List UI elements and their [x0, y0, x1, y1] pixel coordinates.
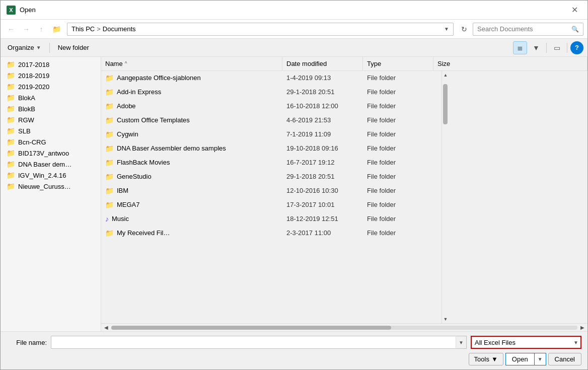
sidebar-item[interactable]: 📁2017-2018: [1, 59, 101, 70]
organize-arrow: ▼: [36, 45, 41, 50]
open-button[interactable]: Open: [505, 353, 534, 365]
view-dropdown[interactable]: ▼: [529, 41, 543, 54]
open-dropdown-button[interactable]: ▼: [534, 353, 546, 365]
sidebar-item[interactable]: 📁BlokB: [1, 103, 101, 114]
col-name-label: Name: [105, 60, 123, 67]
sidebar-item-label: BID173V_antwoo: [18, 150, 69, 157]
table-row[interactable]: ♪Music18-12-2019 12:51File folder: [101, 212, 442, 226]
table-row[interactable]: 📁Custom Office Templates4-6-2019 21:53Fi…: [101, 113, 442, 127]
col-type-header[interactable]: Type: [363, 57, 433, 70]
table-row[interactable]: 📁IBM12-10-2016 10:30File folder: [101, 184, 442, 198]
new-folder-button[interactable]: New folder: [55, 42, 92, 53]
close-button[interactable]: ✕: [567, 3, 581, 17]
hscroll-track: [111, 326, 577, 330]
file-type-select[interactable]: All Excel FilesExcel Workbook (*.xlsx)Ex…: [471, 336, 581, 349]
vscroll-track: [442, 79, 449, 315]
back-button[interactable]: ←: [5, 23, 18, 36]
table-row[interactable]: 📁Cygwin7-1-2019 11:09File folder: [101, 127, 442, 141]
sidebar-item[interactable]: 📁BlokA: [1, 92, 101, 103]
sidebar-item[interactable]: 📁2018-2019: [1, 70, 101, 81]
vscroll-thumb[interactable]: [443, 84, 448, 124]
sidebar-item[interactable]: 📁Bcn-CRG: [1, 136, 101, 147]
file-date-cell: 16-10-2018 12:00: [282, 102, 363, 110]
vscroll-up-button[interactable]: ▲: [442, 71, 449, 79]
file-name-cell: 📁DNA Baser Assembler demo samples: [101, 144, 282, 153]
bottom-bar: File name: ▼ All Excel FilesExcel Workbo…: [1, 331, 587, 369]
table-row[interactable]: 📁DNA Baser Assembler demo samples19-10-2…: [101, 141, 442, 156]
folder-icon: 📁: [105, 74, 114, 82]
file-name-text: GeneStudio: [117, 173, 152, 180]
folder-icon: 📁: [7, 138, 15, 146]
file-name-cell: 📁My Received Fil…: [101, 229, 282, 237]
search-input[interactable]: [477, 25, 571, 33]
excel-icon: X: [7, 6, 16, 15]
cancel-button[interactable]: Cancel: [548, 353, 581, 365]
sidebar-item-label: Bcn-CRG: [18, 138, 46, 146]
sidebar-item-label: Nieuwe_Curuss…: [18, 183, 71, 190]
vscroll-down-button[interactable]: ▼: [442, 315, 449, 323]
sidebar-item-label: RGW: [18, 116, 34, 124]
hscroll-left-button[interactable]: ◀: [102, 324, 110, 332]
table-row[interactable]: 📁Adobe16-10-2018 12:00File folder: [101, 99, 442, 113]
file-area: Name ^ Date modified Type Size 📁Aangepas…: [101, 57, 587, 331]
file-type-cell: File folder: [363, 144, 433, 152]
tools-label: Tools: [474, 355, 489, 363]
organize-button[interactable]: Organize ▼: [5, 42, 44, 53]
sidebar-item-label: 2018-2019: [18, 72, 49, 80]
folder-icon: 📁: [105, 229, 114, 237]
title-bar: X Open ✕: [1, 1, 587, 20]
sidebar: 📁2017-2018📁2018-2019📁2019-2020📁BlokA📁Blo…: [1, 57, 101, 331]
places-button[interactable]: 📁: [50, 23, 63, 36]
table-row[interactable]: 📁My Received Fil…2-3-2017 11:00File fold…: [101, 226, 442, 240]
folder-icon: 📁: [7, 94, 15, 102]
sidebar-item[interactable]: 📁SLB: [1, 125, 101, 136]
refresh-button[interactable]: ↻: [458, 23, 471, 36]
folder-icon: 📁: [7, 182, 15, 190]
file-name-cell: 📁FlashBack Movies: [101, 159, 282, 167]
sidebar-item[interactable]: 📁Nieuwe_Curuss…: [1, 181, 101, 192]
file-name-dropdown-arrow[interactable]: ▼: [456, 336, 467, 349]
file-name-cell: 📁Aangepaste Office-sjablonen: [101, 74, 282, 82]
col-name-header[interactable]: Name ^: [101, 57, 282, 70]
folder-icon: 📁: [7, 71, 15, 80]
view-button[interactable]: ≣: [513, 41, 527, 54]
file-type-wrapper: All Excel FilesExcel Workbook (*.xlsx)Ex…: [471, 336, 581, 349]
file-name-text: DNA Baser Assembler demo samples: [117, 144, 226, 152]
file-name-cell: 📁Add-in Express: [101, 88, 282, 96]
help-button[interactable]: ?: [570, 41, 583, 54]
file-name-text: Cygwin: [117, 130, 138, 138]
sidebar-item[interactable]: 📁DNA Baser dem…: [1, 159, 101, 170]
breadcrumb-dropdown-arrow[interactable]: ▼: [444, 26, 449, 32]
search-icon: 🔍: [571, 26, 579, 33]
file-name-text: Add-in Express: [117, 88, 161, 96]
hscroll-right-button[interactable]: ▶: [578, 324, 586, 332]
sidebar-item[interactable]: 📁IGV_Win_2.4.16: [1, 170, 101, 181]
up-button[interactable]: ↑: [35, 23, 48, 36]
sidebar-item[interactable]: 📁BID173V_antwoo: [1, 147, 101, 159]
main-area: 📁2017-2018📁2018-2019📁2019-2020📁BlokA📁Blo…: [1, 57, 587, 331]
col-date-header[interactable]: Date modified: [282, 57, 363, 70]
table-row[interactable]: 📁Aangepaste Office-sjablonen1-4-2019 09:…: [101, 71, 442, 85]
sidebar-item[interactable]: 📁RGW: [1, 114, 101, 125]
sidebar-area: 📁2017-2018📁2018-2019📁2019-2020📁BlokA📁Blo…: [1, 57, 101, 331]
table-row[interactable]: 📁GeneStudio29-1-2018 20:51File folder: [101, 170, 442, 184]
folder-icon: 📁: [7, 60, 15, 68]
tools-button[interactable]: Tools ▼: [469, 353, 503, 365]
table-row[interactable]: 📁Add-in Express29-1-2018 20:51File folde…: [101, 85, 442, 99]
forward-button[interactable]: →: [20, 23, 33, 36]
hscroll-thumb[interactable]: [111, 326, 391, 330]
file-date-cell: 2-3-2017 11:00: [282, 229, 363, 237]
table-row[interactable]: 📁FlashBack Movies16-7-2017 19:12File fol…: [101, 156, 442, 170]
open-dialog: X Open ✕ ← → ↑ 📁 This PC > Documents ▼ ↻…: [0, 0, 588, 370]
table-row[interactable]: 📁MEGA717-3-2017 10:01File folder: [101, 198, 442, 212]
breadcrumb-root: This PC: [71, 25, 95, 33]
file-name-input[interactable]: [51, 336, 467, 349]
sidebar-item[interactable]: 📁2019-2020: [1, 81, 101, 92]
pane-button[interactable]: ▭: [550, 41, 564, 54]
breadcrumb[interactable]: This PC > Documents ▼: [67, 23, 454, 36]
nav-bar: ← → ↑ 📁 This PC > Documents ▼ ↻ 🔍: [1, 20, 587, 39]
col-date-label: Date modified: [286, 60, 327, 67]
file-type-cell: File folder: [363, 74, 433, 82]
col-size-header[interactable]: Size: [433, 57, 587, 70]
file-name-text: MEGA7: [117, 201, 140, 208]
